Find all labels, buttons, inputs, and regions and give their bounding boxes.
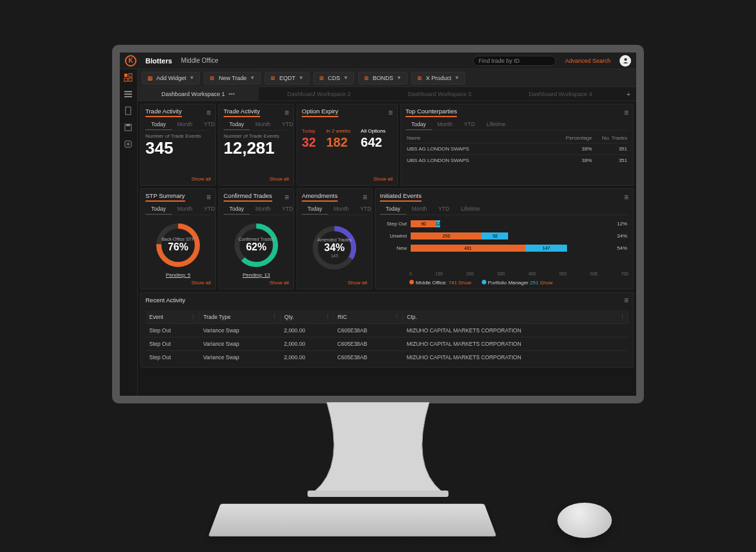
card-menu-icon[interactable]: ≡: [363, 193, 367, 202]
column-menu-icon[interactable]: ⋮: [325, 314, 331, 320]
user-avatar-icon[interactable]: [620, 55, 631, 67]
card-menu-icon[interactable]: ≡: [388, 108, 393, 117]
pending-link[interactable]: Pending: 5: [145, 272, 211, 278]
svg-rect-2: [129, 74, 132, 77]
table-row[interactable]: Step OutVariance Swap2,000.00C605E38ABMI…: [145, 324, 629, 337]
show-all-link[interactable]: Show all: [145, 174, 211, 182]
column-menu-icon[interactable]: ⋮: [620, 314, 625, 320]
card-menu-icon[interactable]: ≡: [206, 193, 211, 202]
initiated-bar-chart: Step Out901212%Unwind2509234%New40114754…: [380, 218, 629, 272]
expiry-label: Today: [302, 128, 316, 134]
column-header[interactable]: Qty.⋮: [280, 311, 333, 324]
product-icon: 🗎: [270, 75, 276, 81]
legend-show-link[interactable]: Show: [540, 280, 553, 286]
more-icon[interactable]: •••: [229, 91, 234, 97]
product-x-button[interactable]: 🗎X Product▼: [411, 72, 465, 85]
list-icon[interactable]: [124, 90, 134, 100]
caret-down-icon: ▼: [190, 75, 195, 81]
topbar: K Blotters Middle Office Find trade by I…: [120, 53, 636, 69]
caret-down-icon: ▼: [250, 75, 255, 81]
card-option-expiry: Option Expiry≡ Today32in 2 weeks182All O…: [297, 104, 398, 186]
svg-rect-5: [124, 91, 132, 92]
new-trade-button[interactable]: 🗎New Trade▼: [204, 72, 260, 85]
expiry-value: 182: [326, 135, 350, 150]
legend-show-link[interactable]: Show: [459, 280, 472, 286]
product-bonds-button[interactable]: 🗎BONDS▼: [358, 72, 407, 85]
tab-ytd[interactable]: YTD: [198, 119, 220, 130]
card-menu-icon[interactable]: ≡: [624, 193, 629, 202]
column-menu-icon[interactable]: ⋮: [190, 314, 196, 320]
bar-row: Unwind2509234%: [381, 232, 627, 239]
column-menu-icon[interactable]: ⋮: [394, 314, 400, 320]
svg-rect-4: [129, 78, 132, 81]
card-amendments: Amendments≡ TodayMonthYTD Amended Trades…: [297, 188, 372, 289]
legend-dot-icon: [482, 280, 486, 284]
card-confirmed-trades: Confirmed Trades≡ TodayMonthYTD Confirme…: [218, 188, 294, 289]
svg-rect-8: [126, 107, 131, 115]
product-icon: 🗎: [364, 75, 370, 81]
search-input[interactable]: Find trade by ID: [473, 56, 556, 66]
pending-link[interactable]: Pending: 13: [224, 272, 289, 278]
table-row[interactable]: UBS AG LONDON SWAPS38%351: [406, 154, 629, 166]
mouse: [557, 503, 612, 538]
workspace-tab-3[interactable]: Dashboard Workspace 3: [379, 87, 500, 101]
card-top-counterparties: Top Counterparties≡ TodayMonthYTDLifetim…: [400, 104, 634, 186]
save-icon[interactable]: [124, 123, 134, 133]
dashboard-icon[interactable]: [124, 73, 134, 83]
column-header[interactable]: Ctp.⋮: [403, 311, 629, 324]
column-header[interactable]: Trade Type⋮: [199, 311, 280, 324]
card-initiated-events: Initiated Events≡ TodayMonthYTDLifetime …: [375, 188, 634, 289]
card-menu-icon[interactable]: ≡: [624, 108, 629, 117]
card-title: Trade Activity: [224, 108, 260, 117]
product-icon: 🗎: [417, 75, 423, 81]
svg-rect-1: [124, 74, 127, 77]
table-row[interactable]: UBS AG LONDON SWAPS38%351: [406, 143, 629, 154]
card-menu-icon[interactable]: ≡: [624, 296, 629, 305]
document-icon[interactable]: [124, 106, 134, 117]
legend-dot-icon: [409, 280, 414, 284]
svg-rect-7: [124, 96, 132, 97]
svg-rect-3: [124, 78, 127, 81]
tab-today[interactable]: Today: [145, 119, 172, 130]
workspace-tab-2[interactable]: Dashboard Workspace 2: [259, 87, 380, 101]
advanced-search-link[interactable]: Advanced Search: [565, 58, 611, 64]
svg-rect-10: [126, 124, 130, 126]
svg-rect-20: [308, 491, 448, 497]
add-widget-button[interactable]: ▦Add Widget▼: [142, 72, 200, 85]
card-trade-activity-1: Trade Activity≡ TodayMonthYTD Number of …: [140, 104, 216, 186]
card-recent-activity: Recent Activity≡ Event⋮Trade Type⋮Qty.⋮R…: [140, 292, 634, 368]
monitor-stand: [308, 402, 448, 498]
svg-rect-6: [124, 93, 132, 95]
expiry-value: 32: [302, 135, 316, 150]
table-row[interactable]: Step OutVariance Swap2,000.00C605E38ABMI…: [145, 351, 629, 364]
column-header[interactable]: RIC⋮: [333, 311, 402, 324]
workspace-tabs: Dashboard Workspace 1••• Dashboard Works…: [138, 87, 636, 101]
column-menu-icon[interactable]: ⋮: [272, 314, 277, 320]
expiry-value: 642: [361, 135, 386, 150]
product-eqdt-button[interactable]: 🗎EQDT▼: [265, 72, 309, 85]
workspace-tab-1[interactable]: Dashboard Workspace 1•••: [138, 87, 259, 101]
app-screen: K Blotters Middle Office Find trade by I…: [120, 53, 636, 396]
product-icon: 🗎: [319, 75, 325, 81]
toolbar: ▦Add Widget▼ 🗎New Trade▼ 🗎EQDT▼ 🗎CDS▼ 🗎B…: [138, 69, 636, 87]
svg-point-0: [624, 58, 627, 61]
app-title: Blotters: [145, 57, 172, 65]
card-menu-icon[interactable]: ≡: [206, 108, 211, 117]
bar-row: Step Out901212%: [381, 220, 627, 227]
card-menu-icon[interactable]: ≡: [284, 193, 289, 202]
column-header[interactable]: Event⋮: [145, 311, 199, 324]
sidebar: [120, 69, 138, 396]
table-row[interactable]: Step OutVariance Swap2,000.00C605E38ABMI…: [145, 337, 629, 351]
tab-month[interactable]: Month: [172, 119, 199, 130]
product-cds-button[interactable]: 🗎CDS▼: [313, 72, 354, 85]
new-icon: 🗎: [210, 75, 215, 81]
app-subtitle: Middle Office: [181, 57, 218, 64]
add-tab-button[interactable]: +: [621, 87, 636, 101]
add-icon[interactable]: [124, 140, 134, 150]
workspace-tab-4[interactable]: Dashboard Workspace 4: [500, 87, 621, 101]
expiry-label: in 2 weeks: [326, 128, 350, 134]
card-menu-icon[interactable]: ≡: [284, 108, 289, 117]
card-title: Trade Activity: [145, 108, 182, 117]
card-stp-summary: STP Summary≡ TodayMonthYTD Back-Office S…: [140, 188, 216, 289]
app-logo-icon: K: [125, 55, 136, 67]
